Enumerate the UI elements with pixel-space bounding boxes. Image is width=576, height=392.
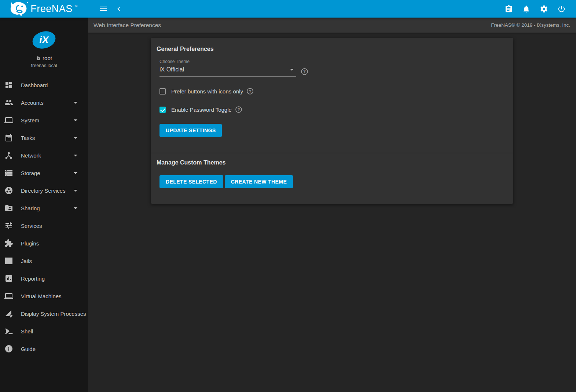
reporting-icon	[4, 274, 13, 283]
user-name-label: root	[43, 55, 52, 61]
shell-icon	[4, 327, 13, 336]
notifications-button[interactable]	[519, 1, 533, 16]
sidebar-item-system[interactable]: System	[0, 111, 88, 129]
plugins-icon	[4, 239, 13, 248]
delete-selected-button[interactable]: DELETE SELECTED	[159, 175, 223, 188]
sidebar-item-plugins[interactable]: Plugins	[0, 234, 88, 252]
topbar-right-buttons	[501, 1, 576, 16]
password-toggle-row: Enable Password Toggle ?	[159, 106, 507, 113]
sidebar-item-network[interactable]: Network	[0, 147, 88, 164]
svg-text:?: ?	[303, 69, 306, 74]
chevron-down-icon	[71, 169, 80, 177]
sidebar-item-storage[interactable]: Storage	[0, 164, 88, 182]
dropdown-caret-icon	[287, 65, 296, 74]
sidebar-item-services[interactable]: Services	[0, 217, 88, 234]
update-settings-button[interactable]: UPDATE SETTINGS	[159, 124, 222, 137]
processes-icon	[4, 309, 13, 318]
logo-text: FreeNAS	[30, 4, 73, 14]
sidebar-item-guide[interactable]: Guide	[0, 340, 88, 358]
power-icon	[557, 5, 566, 13]
sidebar-item-display-system-processes[interactable]: Display System Processes	[0, 305, 88, 322]
chevron-down-icon	[71, 133, 80, 142]
back-icon	[115, 5, 123, 13]
lock-icon	[36, 56, 41, 60]
theme-help-button[interactable]: ?	[301, 68, 308, 75]
sidebar-item-jails[interactable]: Jails	[0, 252, 88, 270]
accounts-icon	[4, 98, 13, 107]
sidebar-item-sharing[interactable]: Sharing	[0, 199, 88, 217]
help-icon: ?	[235, 106, 242, 113]
icons-only-checkbox[interactable]	[159, 88, 166, 95]
create-new-theme-button[interactable]: CREATE NEW THEME	[225, 175, 293, 188]
general-preferences-title: General Preferences	[157, 46, 507, 52]
manage-custom-themes-title: Manage Custom Themes	[157, 159, 507, 166]
sidebar-item-dashboard[interactable]: Dashboard	[0, 76, 88, 94]
dashboard-icon	[4, 81, 13, 89]
directory-services-icon	[4, 186, 13, 195]
topbar-left-buttons	[96, 1, 126, 16]
jails-icon	[4, 256, 13, 265]
password-toggle-help-button[interactable]: ?	[235, 106, 242, 113]
system-icon	[4, 116, 13, 125]
icons-only-label[interactable]: Prefer buttons with icons only	[171, 88, 243, 95]
chevron-down-icon	[71, 98, 80, 107]
theme-field-label: Choose Theme	[159, 59, 296, 64]
sidebar-nav: Dashboard Accounts System Tasks Network	[0, 76, 88, 358]
back-button[interactable]	[111, 1, 126, 16]
chevron-down-icon	[71, 151, 80, 160]
theme-select[interactable]: iX Official	[159, 64, 296, 77]
sidebar-item-virtual-machines[interactable]: Virtual Machines	[0, 287, 88, 305]
copyright-text: FreeNAS® © 2019 - iXsystems, Inc.	[491, 22, 570, 28]
notifications-icon	[522, 5, 531, 13]
task-manager-button[interactable]	[501, 1, 516, 16]
freenas-shark-icon	[10, 1, 29, 16]
sidebar-item-reporting[interactable]: Reporting	[0, 270, 88, 287]
breadcrumb-bar: Web Interface Preferences FreeNAS® © 201…	[88, 18, 576, 33]
ix-logo: iX	[30, 29, 58, 51]
user-panel: iX root freenas.local	[0, 18, 88, 68]
help-icon: ?	[301, 68, 308, 75]
icons-only-row: Prefer buttons with icons only ?	[159, 88, 507, 95]
theme-select-value: iX Official	[159, 66, 287, 73]
sharing-icon	[4, 204, 13, 212]
page-title: Web Interface Preferences	[93, 22, 161, 29]
settings-icon	[540, 5, 548, 13]
hostname-label: freenas.local	[0, 63, 88, 68]
topbar: FreeNAS ™	[0, 0, 576, 18]
password-toggle-checkbox[interactable]	[159, 107, 166, 113]
tasks-manager-icon	[505, 5, 513, 13]
freenas-logo: FreeNAS ™	[0, 0, 88, 18]
virtual-machines-icon	[4, 292, 13, 300]
chevron-down-icon	[71, 204, 80, 212]
storage-icon	[4, 169, 13, 177]
sidebar-item-accounts[interactable]: Accounts	[0, 94, 88, 111]
sidebar: iX root freenas.local Dashboard Accounts…	[0, 18, 88, 392]
icons-only-help-button[interactable]: ?	[246, 88, 254, 95]
services-icon	[4, 221, 13, 230]
sidebar-item-shell[interactable]: Shell	[0, 322, 88, 340]
sidebar-item-tasks[interactable]: Tasks	[0, 129, 88, 147]
chevron-down-icon	[71, 186, 80, 195]
svg-text:?: ?	[249, 89, 252, 93]
preferences-card: General Preferences Choose Theme iX Offi…	[151, 38, 513, 204]
user-name: root	[0, 55, 88, 61]
menu-icon	[99, 4, 108, 13]
menu-toggle-button[interactable]	[96, 1, 111, 16]
main-content: Web Interface Preferences FreeNAS® © 201…	[88, 18, 576, 392]
card-divider	[151, 153, 513, 153]
tasks-icon	[4, 133, 13, 142]
password-toggle-label[interactable]: Enable Password Toggle	[171, 107, 232, 113]
settings-button[interactable]	[536, 1, 551, 16]
power-button[interactable]	[554, 1, 569, 16]
help-icon: ?	[246, 88, 254, 95]
svg-text:?: ?	[238, 107, 240, 112]
chevron-down-icon	[71, 116, 80, 125]
network-icon	[4, 151, 13, 160]
freenas-app: FreeNAS ™	[0, 0, 576, 392]
logo-trademark: ™	[74, 5, 78, 8]
theme-field: Choose Theme iX Official ?	[159, 59, 507, 77]
sidebar-item-directory-services[interactable]: Directory Services	[0, 182, 88, 199]
guide-icon	[4, 344, 13, 353]
